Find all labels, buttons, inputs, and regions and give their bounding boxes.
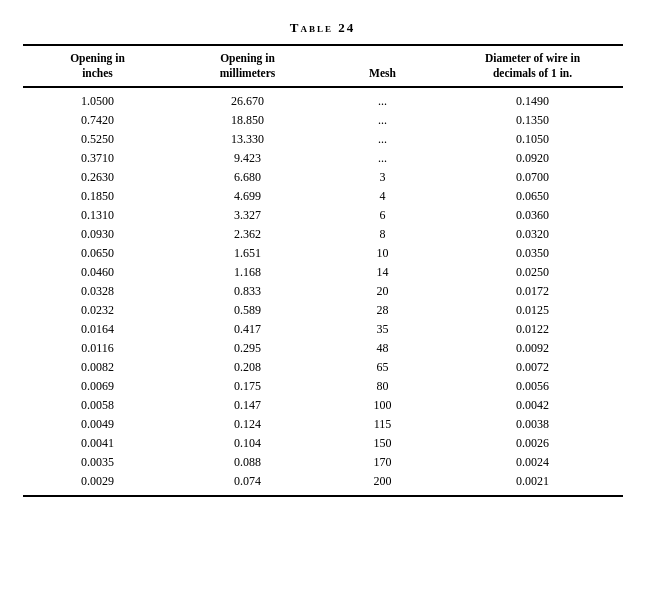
cell-opening_mm: 0.589 [173,301,323,320]
cell-mesh: 8 [323,225,443,244]
cell-mesh: ... [323,149,443,168]
cell-mesh: 100 [323,396,443,415]
cell-mesh: 10 [323,244,443,263]
cell-mesh: 3 [323,168,443,187]
table-row: 0.01160.295480.0092 [23,339,623,358]
cell-opening_mm: 9.423 [173,149,323,168]
cell-diameter: 0.0920 [443,149,623,168]
data-table: Opening ininches Opening inmillimeters M… [23,44,623,497]
cell-opening_mm: 0.208 [173,358,323,377]
table-row: 0.18504.69940.0650 [23,187,623,206]
cell-opening_inches: 0.0930 [23,225,173,244]
cell-opening_inches: 0.0460 [23,263,173,282]
cell-opening_inches: 0.7420 [23,111,173,130]
cell-mesh: ... [323,111,443,130]
cell-diameter: 0.0056 [443,377,623,396]
cell-opening_inches: 0.2630 [23,168,173,187]
col-header-diameter: Diameter of wire indecimals of 1 in. [443,45,623,87]
table-row: 0.04601.168140.0250 [23,263,623,282]
col-header-opening-inches: Opening ininches [23,45,173,87]
cell-mesh: 115 [323,415,443,434]
cell-opening_inches: 0.0041 [23,434,173,453]
table-row: 0.26306.68030.0700 [23,168,623,187]
cell-diameter: 0.0250 [443,263,623,282]
cell-opening_inches: 0.0650 [23,244,173,263]
cell-diameter: 0.0700 [443,168,623,187]
cell-opening_mm: 0.175 [173,377,323,396]
cell-diameter: 0.0026 [443,434,623,453]
table-row: 0.01640.417350.0122 [23,320,623,339]
cell-diameter: 0.0024 [443,453,623,472]
table-row: 1.050026.670...0.1490 [23,87,623,111]
table-row: 0.00820.208650.0072 [23,358,623,377]
table-row: 0.03280.833200.0172 [23,282,623,301]
table-container: Table 24 Opening ininches Opening inmill… [23,20,623,497]
table-row: 0.09302.36280.0320 [23,225,623,244]
cell-mesh: 14 [323,263,443,282]
cell-diameter: 0.0320 [443,225,623,244]
cell-opening_mm: 3.327 [173,206,323,225]
cell-opening_inches: 1.0500 [23,87,173,111]
cell-mesh: 6 [323,206,443,225]
cell-mesh: 80 [323,377,443,396]
cell-diameter: 0.0360 [443,206,623,225]
cell-opening_inches: 0.5250 [23,130,173,149]
cell-opening_inches: 0.1310 [23,206,173,225]
table-title: Table 24 [23,20,623,36]
cell-diameter: 0.0072 [443,358,623,377]
cell-diameter: 0.0122 [443,320,623,339]
table-row: 0.00490.1241150.0038 [23,415,623,434]
table-row: 0.525013.330...0.1050 [23,130,623,149]
cell-mesh: 150 [323,434,443,453]
cell-opening_mm: 0.417 [173,320,323,339]
cell-opening_mm: 0.295 [173,339,323,358]
table-row: 0.00350.0881700.0024 [23,453,623,472]
table-row: 0.37109.423...0.0920 [23,149,623,168]
cell-opening_inches: 0.1850 [23,187,173,206]
cell-opening_inches: 0.0082 [23,358,173,377]
table-row: 0.00290.0742000.0021 [23,472,623,496]
cell-mesh: 48 [323,339,443,358]
cell-opening_mm: 26.670 [173,87,323,111]
table-row: 0.00690.175800.0056 [23,377,623,396]
cell-opening_inches: 0.0035 [23,453,173,472]
cell-mesh: 200 [323,472,443,496]
cell-diameter: 0.0021 [443,472,623,496]
cell-opening_inches: 0.0049 [23,415,173,434]
cell-mesh: 20 [323,282,443,301]
cell-opening_inches: 0.0029 [23,472,173,496]
cell-mesh: 28 [323,301,443,320]
cell-opening_inches: 0.0164 [23,320,173,339]
cell-mesh: 170 [323,453,443,472]
table-row: 0.06501.651100.0350 [23,244,623,263]
cell-diameter: 0.0038 [443,415,623,434]
cell-diameter: 0.0350 [443,244,623,263]
cell-mesh: 65 [323,358,443,377]
cell-opening_inches: 0.0069 [23,377,173,396]
cell-diameter: 0.0042 [443,396,623,415]
cell-opening_mm: 0.074 [173,472,323,496]
cell-opening_inches: 0.3710 [23,149,173,168]
cell-opening_mm: 18.850 [173,111,323,130]
cell-mesh: ... [323,130,443,149]
cell-mesh: 4 [323,187,443,206]
col-header-opening-mm: Opening inmillimeters [173,45,323,87]
cell-mesh: 35 [323,320,443,339]
cell-opening_mm: 0.833 [173,282,323,301]
cell-diameter: 0.1490 [443,87,623,111]
cell-opening_mm: 13.330 [173,130,323,149]
table-row: 0.00580.1471000.0042 [23,396,623,415]
cell-diameter: 0.0650 [443,187,623,206]
cell-opening_mm: 1.651 [173,244,323,263]
cell-diameter: 0.0125 [443,301,623,320]
cell-diameter: 0.1350 [443,111,623,130]
table-row: 0.00410.1041500.0026 [23,434,623,453]
cell-opening_mm: 0.104 [173,434,323,453]
cell-mesh: ... [323,87,443,111]
cell-opening_inches: 0.0116 [23,339,173,358]
cell-diameter: 0.1050 [443,130,623,149]
table-row: 0.02320.589280.0125 [23,301,623,320]
cell-opening_mm: 1.168 [173,263,323,282]
cell-opening_inches: 0.0328 [23,282,173,301]
cell-opening_mm: 0.147 [173,396,323,415]
